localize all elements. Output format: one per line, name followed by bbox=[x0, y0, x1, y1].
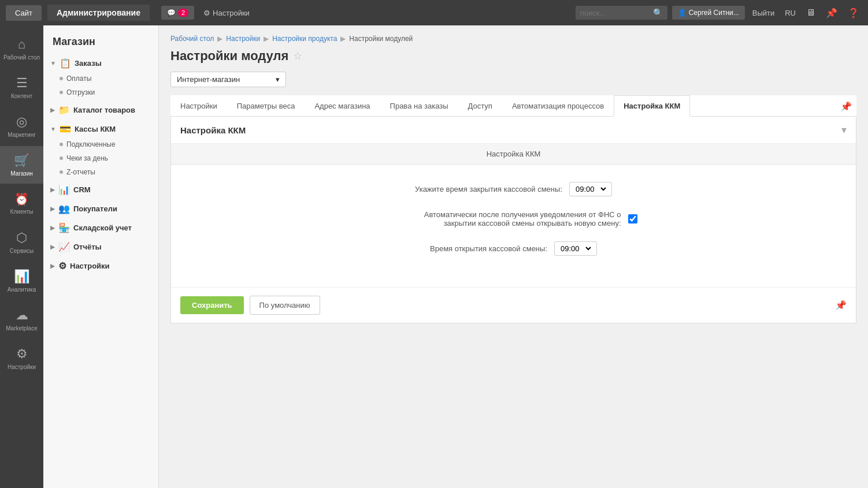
nav-label-analytics: Аналитика bbox=[8, 286, 36, 293]
sidebar-item-analytics[interactable]: 📊 Аналитика bbox=[0, 262, 43, 300]
collapse-button[interactable]: ▾ bbox=[841, 124, 847, 136]
panel-title: Настройка ККМ bbox=[180, 125, 246, 135]
nav-label-content: Контент bbox=[11, 93, 32, 100]
sidebar-group-catalog[interactable]: ▶ 📁 Каталог товаров bbox=[43, 102, 158, 118]
store-select-value: Интернет-магазин bbox=[177, 75, 240, 84]
sidebar-item-shipments[interactable]: Отгрузки bbox=[43, 85, 158, 99]
tab-pin-icon[interactable]: 📌 bbox=[840, 101, 852, 112]
page-title: Настройки модуля bbox=[170, 49, 288, 64]
notifications-button[interactable]: 💬 2 bbox=[161, 6, 194, 20]
tabs-container: Настройки Параметры веса Адрес магазина … bbox=[170, 95, 856, 117]
sidebar-item-marketing[interactable]: ◎ Маркетинг bbox=[0, 107, 43, 145]
breadcrumb-sep2: ▶ bbox=[264, 35, 269, 43]
store-select[interactable]: Интернет-магазин ▾ bbox=[170, 72, 286, 87]
tab-order-rights[interactable]: Права на заказы bbox=[380, 95, 458, 117]
z-reports-label: Z-отчеты bbox=[66, 168, 95, 176]
user-button[interactable]: 👤 Сергей Ситни... bbox=[672, 6, 745, 20]
closing-time-row: Укажите время закрытия кассовой смены: 0… bbox=[183, 182, 844, 196]
warehouse-label: Складской учет bbox=[73, 223, 132, 232]
panel-header: Настройка ККМ ▾ bbox=[171, 117, 856, 144]
sidebar-section-reports: ▶ 📈 Отчёты bbox=[43, 239, 158, 255]
header-settings-button[interactable]: ⚙ Настройки bbox=[199, 6, 254, 20]
kassa-icon: 💳 bbox=[60, 124, 71, 135]
payments-label: Оплаты bbox=[66, 74, 91, 83]
sidebar-item-dashboard[interactable]: ⌂ Рабочий стол bbox=[0, 30, 43, 68]
sidebar-item-payments[interactable]: Оплаты bbox=[43, 72, 158, 85]
tab-settings[interactable]: Настройки bbox=[170, 95, 227, 117]
crm-icon: 📊 bbox=[58, 184, 70, 195]
sidebar-group-warehouse[interactable]: ▶ 🏪 Складской учет bbox=[43, 219, 158, 236]
sidebar-item-settings-nav[interactable]: ⚙ Настройки bbox=[0, 340, 43, 377]
opening-time-input[interactable]: 09:00 10:00 11:00 08:00 bbox=[558, 244, 593, 254]
sidebar-group-kassa[interactable]: ▼ 💳 Кассы ККМ bbox=[43, 121, 158, 137]
pin-icon[interactable]: 📌 bbox=[823, 5, 840, 21]
catalog-arrow-icon: ▶ bbox=[50, 107, 55, 113]
tab-spacer: 📌 bbox=[690, 95, 856, 117]
sidebar-item-shop[interactable]: 🛒 Магазин bbox=[0, 146, 43, 184]
default-button[interactable]: По умолчанию bbox=[250, 296, 320, 315]
sidebar-item-connected[interactable]: Подключенные bbox=[43, 137, 158, 151]
shop-icon: 🛒 bbox=[14, 153, 29, 168]
reports-arrow-icon: ▶ bbox=[50, 244, 55, 250]
tab-weight[interactable]: Параметры веса bbox=[227, 95, 305, 117]
closing-time-input[interactable]: 09:00 10:00 11:00 08:00 07:00 bbox=[573, 184, 608, 194]
closing-time-label: Укажите время закрытия кассовой смены: bbox=[415, 185, 562, 193]
kassa-label: Кассы ККМ bbox=[75, 125, 116, 133]
tab-address[interactable]: Адрес магазина bbox=[305, 95, 380, 117]
sidebar-item-clients[interactable]: ⏰ Клиенты bbox=[0, 185, 43, 222]
search-icon: 🔍 bbox=[653, 8, 663, 17]
sidebar-item-z-reports[interactable]: Z-отчеты bbox=[43, 165, 158, 179]
nav-label-shop: Магазин bbox=[10, 170, 33, 177]
breadcrumb-product-settings[interactable]: Настройки продукта bbox=[272, 35, 337, 43]
tab-kkm[interactable]: Настройка ККМ bbox=[614, 95, 690, 117]
sidebar-item-receipts[interactable]: Чеки за день bbox=[43, 151, 158, 165]
settings-arrow-icon: ▶ bbox=[50, 263, 55, 269]
nav-label-marketing: Маркетинг bbox=[8, 132, 36, 139]
buyers-arrow-icon: ▶ bbox=[50, 206, 55, 212]
shipments-label: Отгрузки bbox=[66, 88, 95, 96]
search-box: 🔍 bbox=[576, 6, 667, 20]
save-button[interactable]: Сохранить bbox=[180, 296, 244, 314]
help-icon[interactable]: ❓ bbox=[845, 5, 862, 21]
sidebar-item-marketplace[interactable]: ☁ Marketplace bbox=[0, 301, 43, 338]
header-settings-label: Настройки bbox=[213, 9, 250, 17]
language-button[interactable]: RU bbox=[782, 6, 799, 20]
opening-time-select[interactable]: 09:00 10:00 11:00 08:00 bbox=[554, 241, 597, 256]
admin-tab: Администрирование bbox=[47, 5, 150, 21]
logout-button[interactable]: Выйти bbox=[750, 6, 778, 20]
breadcrumb-settings[interactable]: Настройки bbox=[226, 35, 260, 43]
settings-sidebar-icon: ⚙ bbox=[58, 260, 66, 271]
search-input[interactable] bbox=[580, 9, 650, 17]
sidebar-group-settings[interactable]: ▶ ⚙ Настройки bbox=[43, 258, 158, 274]
closing-time-select[interactable]: 09:00 10:00 11:00 08:00 07:00 bbox=[569, 182, 612, 196]
payments-dot bbox=[60, 77, 63, 80]
sidebar-section-buyers: ▶ 👥 Покупатели bbox=[43, 200, 158, 217]
sidebar-group-buyers[interactable]: ▶ 👥 Покупатели bbox=[43, 200, 158, 217]
sidebar-group-orders[interactable]: ▼ 📋 Заказы bbox=[43, 55, 158, 72]
site-tab[interactable]: Сайт bbox=[6, 5, 42, 21]
opening-time-label: Время открытия кассовой смены: bbox=[430, 244, 547, 253]
monitor-icon[interactable]: 🖥 bbox=[803, 5, 818, 21]
reports-label: Отчёты bbox=[73, 243, 102, 251]
panel-footer: Сохранить По умолчанию 📌 bbox=[171, 287, 856, 323]
footer-pin-icon[interactable]: 📌 bbox=[835, 300, 847, 311]
auto-open-row: Автоматически после получения уведомлени… bbox=[183, 210, 844, 228]
header-middle: 💬 2 ⚙ Настройки bbox=[161, 6, 254, 20]
auto-open-checkbox[interactable] bbox=[628, 214, 637, 223]
tab-automation[interactable]: Автоматизация процессов bbox=[502, 95, 614, 117]
sidebar-item-content[interactable]: ☰ Контент bbox=[0, 69, 43, 106]
marketplace-icon: ☁ bbox=[16, 308, 28, 323]
receipts-dot bbox=[60, 157, 63, 160]
warehouse-arrow-icon: ▶ bbox=[50, 225, 55, 231]
tab-access[interactable]: Доступ bbox=[458, 95, 502, 117]
sidebar-group-crm[interactable]: ▶ 📊 CRM bbox=[43, 181, 158, 198]
top-header: Сайт Администрирование 💬 2 ⚙ Настройки 🔍… bbox=[0, 0, 868, 25]
sidebar-section-catalog: ▶ 📁 Каталог товаров bbox=[43, 102, 158, 118]
sidebar-group-reports[interactable]: ▶ 📈 Отчёты bbox=[43, 239, 158, 255]
favorite-star-icon[interactable]: ☆ bbox=[293, 50, 302, 62]
analytics-icon: 📊 bbox=[14, 269, 29, 284]
breadcrumb-dashboard[interactable]: Рабочий стол bbox=[170, 35, 214, 43]
sidebar-item-services[interactable]: ⬡ Сервисы bbox=[0, 223, 43, 261]
reports-icon: 📈 bbox=[58, 241, 70, 252]
content-icon: ☰ bbox=[16, 76, 28, 91]
